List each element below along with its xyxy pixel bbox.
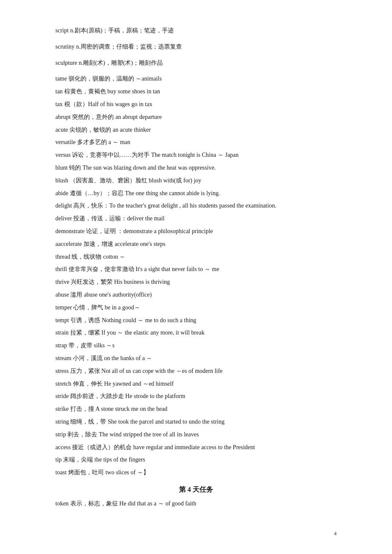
entry-temper: temper 心情，脾气 be in a good～: [55, 303, 337, 313]
entry-stride: stride 阔步前进，大踏步走 He strode to the platfo…: [55, 391, 337, 401]
entry-stretch: stretch 伸直，伸长 He yawned and ～ed himself: [55, 379, 337, 389]
entry-text: delight 高兴，快乐：To the teacher's great del…: [55, 202, 277, 209]
entry-versatile: versatile 多才多艺的 a ～ man: [55, 137, 337, 147]
entry-text: temper 心情，脾气 be in a good～: [55, 304, 140, 311]
entry-text: strip 剥去，除去 The wind stripped the tree o…: [55, 431, 199, 438]
entry-text: script n.剧本(原稿)；手稿，原稿；笔迹，手迹: [55, 27, 174, 34]
entry-tax: tax 税（款）Half of his wages go in tax: [55, 99, 337, 110]
entry-deliver: deliver 投递，传送，运输：deliver the mail: [55, 214, 337, 224]
entry-text: tempt 引诱，诱惑 Nothing could ～ me to do suc…: [55, 317, 196, 323]
entry-text: blush （因害羞、激动、窘困）脸红 blush with(或 for) jo…: [55, 177, 202, 184]
entry-acute: acute 尖锐的，敏锐的 an acute thinker: [55, 125, 337, 135]
entry-tempt: tempt 引诱，诱惑 Nothing could ～ me to do suc…: [55, 315, 337, 326]
entry-text: tan 棕黄色，黄褐色 buy some shoes in tan: [55, 88, 160, 95]
entry-strain: strain 拉紧，绷紧 If you ～ the elastic any mo…: [55, 328, 337, 338]
entry-strip: strip 剥去，除去 The wind stripped the tree o…: [55, 430, 337, 440]
entry-text: aaccelerate 加速，增速 accelerate one's steps: [55, 241, 165, 247]
entry-text: deliver 投递，传送，运输：deliver the mail: [55, 215, 164, 222]
entry-abide: abide 遵循（…by）；容忍 The one thing she canno…: [55, 188, 337, 199]
entry-text: strap 带，皮带 silks ～s: [55, 342, 115, 349]
entry-text: abide 遵循（…by）；容忍 The one thing she canno…: [55, 190, 220, 196]
entry-blush: blush （因害羞、激动、窘困）脸红 blush with(或 for) jo…: [55, 176, 337, 186]
entry-text: scrutiny n.周密的调查；仔细看；监视；选票复查: [55, 43, 182, 50]
entry-text: toast 烤面包，吐司 two slices of ～】: [55, 469, 149, 476]
entry-sculpture: sculpture n.雕刻(术)，雕塑(术)；雕刻作品: [55, 58, 337, 68]
entry-text: string 细绳，线，带 She took the parcel and st…: [55, 418, 225, 425]
entry-text: tame 驯化的，驯服的，温顺的 ～animails: [55, 75, 162, 82]
entry-tan: tan 棕黄色，黄褐色 buy some shoes in tan: [55, 87, 337, 97]
entries-after-list: token 表示，标志，象征 He did that as a ～ of goo…: [55, 499, 337, 509]
entry-thrive: thrive 兴旺发达，繁荣 His business is thriving: [55, 277, 337, 287]
entry-text: abrupt 突然的，意外的 an abrupt departure: [55, 114, 162, 120]
entry-thread: thread 线，线状物 cotton ～: [55, 252, 337, 262]
entry-text: versatile 多才多艺的 a ～ man: [55, 139, 130, 145]
entries-list: tame 驯化的，驯服的，温顺的 ～animailstan 棕黄色，黄褐色 bu…: [55, 74, 337, 478]
entry-text: thrill 使非常兴奋，使非常激动 It's a sight that nev…: [55, 266, 219, 272]
entry-text: stream 小河，溪流 on the banks of a ～: [55, 355, 152, 361]
entry-stress: stress 压力，紧张 Not all of us can cope with…: [55, 366, 337, 376]
entry-tame: tame 驯化的，驯服的，温顺的 ～animails: [55, 74, 337, 84]
entry-abrupt: abrupt 突然的，意外的 an abrupt departure: [55, 112, 337, 122]
entry-abuse: abuse 滥用 abuse one's authority(office): [55, 290, 337, 300]
entry-string: string 细绳，线，带 She took the parcel and st…: [55, 417, 337, 427]
entry-text: thread 线，线状物 cotton ～: [55, 254, 125, 260]
entry-text: stress 压力，紧张 Not all of us can cope with…: [55, 368, 222, 374]
entry-stream: stream 小河，溪流 on the banks of a ～: [55, 353, 337, 364]
entry-blunt: blunt 钝的 The sun was blazing down and th…: [55, 163, 337, 173]
entry-text: acute 尖锐的，敏锐的 an acute thinker: [55, 127, 151, 133]
entry-aaccelerate: aaccelerate 加速，增速 accelerate one's steps: [55, 239, 337, 249]
page-content: script n.剧本(原稿)；手稿，原稿；笔迹，手迹 scrutiny n.周…: [55, 26, 337, 509]
entry-text: token 表示，标志，象征 He did that as a ～ of goo…: [55, 500, 196, 507]
entry-delight: delight 高兴，快乐：To the teacher's great del…: [55, 201, 337, 211]
entry-strike: strike 打击，撞 A stone struck me on the hea…: [55, 404, 337, 414]
entry-text: stride 阔步前进，大踏步走 He strode to the platfo…: [55, 393, 185, 399]
entry-text: tax 税（款）Half of his wages go in tax: [55, 101, 152, 107]
entry-text: thrive 兴旺发达，繁荣 His business is thriving: [55, 279, 170, 285]
entry-text: blunt 钝的 The sun was blazing down and th…: [55, 164, 216, 171]
entry-text: demonstrate 论证，证明 ：demonstrate a philoso…: [55, 228, 213, 234]
entry-text: versus 诉讼，竞赛等中以……为对手 The match tonight i…: [55, 152, 239, 158]
entry-scrutiny: scrutiny n.周密的调查；仔细看；监视；选票复查: [55, 42, 337, 52]
section-title: 第 4 天任务: [55, 485, 337, 494]
entry-token: token 表示，标志，象征 He did that as a ～ of goo…: [55, 499, 337, 509]
entry-text: sculpture n.雕刻(术)，雕塑(术)；雕刻作品: [55, 60, 163, 66]
entry-text: strike 打击，撞 A stone struck me on the hea…: [55, 406, 167, 412]
entry-text: abuse 滥用 abuse one's authority(office): [55, 291, 152, 298]
entry-text: stretch 伸直，伸长 He yawned and ～ed himself: [55, 381, 174, 387]
entry-text: access 接近（或进入）的机会 have regular and immed…: [55, 444, 255, 450]
entry-tip: tip 末端，尖端 the tips of the fingers: [55, 455, 337, 465]
entry-access: access 接近（或进入）的机会 have regular and immed…: [55, 442, 337, 453]
entry-strap: strap 带，皮带 silks ～s: [55, 340, 337, 351]
entry-text: tip 末端，尖端 the tips of the fingers: [55, 456, 145, 463]
entry-thrill: thrill 使非常兴奋，使非常激动 It's a sight that nev…: [55, 264, 337, 274]
entry-toast: toast 烤面包，吐司 two slices of ～】: [55, 467, 337, 478]
entry-demonstrate: demonstrate 论证，证明 ：demonstrate a philoso…: [55, 226, 337, 237]
entry-versus: versus 诉讼，竞赛等中以……为对手 The match tonight i…: [55, 150, 337, 160]
entry-script: script n.剧本(原稿)；手稿，原稿；笔迹，手迹: [55, 26, 337, 36]
entry-text: strain 拉紧，绷紧 If you ～ the elastic any mo…: [55, 329, 205, 336]
page-number: 4: [334, 530, 337, 537]
